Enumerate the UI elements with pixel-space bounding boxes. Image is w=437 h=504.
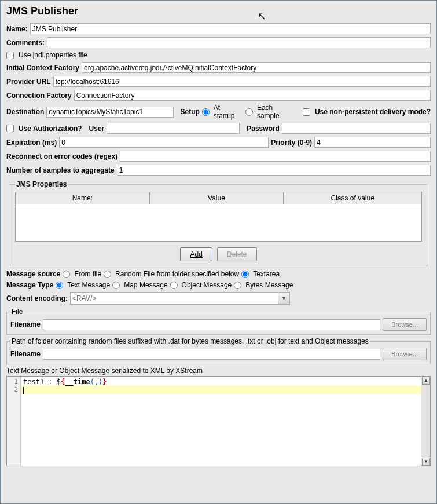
name-label: Name: (6, 25, 28, 33)
delete-button[interactable]: Delete (217, 247, 257, 261)
mtype-bytes-radio[interactable] (234, 282, 241, 289)
msrc-file-label: From file (74, 270, 101, 278)
file2-legend: Path of folder containing random files s… (10, 337, 370, 345)
file2-label: Filename (10, 350, 41, 358)
file-group-1: File Filename Browse... (6, 308, 431, 335)
num-samples-label: Number of samples to aggregate (6, 166, 115, 174)
msrc-random-label: Random File from folder specified below (115, 270, 239, 278)
mtype-map-label: Map Message (124, 281, 167, 289)
content-enc-input[interactable] (71, 293, 278, 304)
file1-input[interactable] (43, 319, 380, 330)
msg-type-label: Message Type (6, 281, 53, 289)
conn-factory-input[interactable] (74, 90, 431, 101)
file1-browse-button[interactable]: Browse... (383, 318, 427, 331)
name-input[interactable] (30, 23, 431, 34)
provider-url-input[interactable] (53, 76, 431, 87)
file1-legend: File (10, 308, 24, 316)
text-msg-label: Text Message or Object Message serialize… (6, 367, 431, 375)
comments-input[interactable] (47, 37, 431, 48)
use-jndi-label: Use jndi.properties file (19, 51, 87, 59)
user-input[interactable] (107, 123, 240, 134)
init-ctx-label: Initial Context Factory (6, 64, 79, 72)
msrc-file-radio[interactable] (63, 271, 70, 278)
priority-label: Priority (0-9) (271, 138, 312, 147)
content-enc-label: Content encoding: (6, 294, 68, 302)
mtype-bytes-label: Bytes Message (245, 281, 293, 289)
destination-label: Destination (6, 108, 44, 116)
reconnect-label: Reconnect on error codes (regex) (6, 152, 117, 160)
mtype-obj-radio[interactable] (170, 282, 178, 289)
scroll-up-icon[interactable]: ▲ (422, 377, 430, 385)
jms-properties-body[interactable] (15, 204, 422, 242)
use-auth-checkbox[interactable] (6, 125, 14, 132)
user-label: User (89, 125, 105, 133)
init-ctx-input[interactable] (82, 62, 431, 73)
file1-label: Filename (10, 320, 41, 328)
provider-url-label: Provider URL (6, 78, 51, 86)
editor-scrollbar[interactable]: ▲ ▼ (421, 377, 430, 466)
use-jndi-checkbox[interactable] (6, 52, 14, 59)
file-group-2: Path of folder containing random files s… (6, 337, 431, 364)
setup-label: Setup (181, 108, 200, 116)
reconnect-input[interactable] (120, 151, 431, 162)
th-class: Class of value (284, 192, 422, 204)
mtype-text-label: Text Message (67, 281, 110, 289)
jms-properties-legend: JMS Properties (15, 180, 68, 188)
expiration-input[interactable] (59, 137, 269, 148)
msrc-random-radio[interactable] (104, 271, 111, 278)
editor-code[interactable]: test1 : ${__time(,)} (21, 377, 421, 466)
password-input[interactable] (282, 123, 431, 134)
text-msg-editor[interactable]: 12 test1 : ${__time(,)} ▲ ▼ (6, 376, 431, 466)
setup-each-label: Each sample (257, 104, 297, 120)
mtype-obj-label: Object Message (182, 281, 232, 289)
non-persistent-checkbox[interactable] (303, 108, 310, 116)
msg-source-label: Message source (6, 270, 60, 278)
priority-input[interactable] (314, 137, 431, 148)
mtype-text-radio[interactable] (56, 282, 63, 289)
th-value: Value (149, 192, 284, 204)
setup-startup-label: At startup (214, 104, 243, 120)
content-enc-combo[interactable]: ▼ (70, 292, 290, 305)
jms-properties-group: JMS Properties Name: Value Class of valu… (10, 180, 427, 266)
page-title: JMS Publisher (6, 5, 431, 17)
scroll-down-icon[interactable]: ▼ (422, 458, 430, 466)
mtype-map-radio[interactable] (112, 282, 120, 289)
th-name: Name: (16, 192, 150, 204)
conn-factory-label: Connection Factory (6, 92, 72, 100)
destination-input[interactable] (46, 107, 173, 118)
file2-browse-button[interactable]: Browse... (383, 348, 427, 360)
setup-each-radio[interactable] (245, 108, 253, 116)
msrc-textarea-label: Textarea (253, 270, 280, 278)
editor-gutter: 12 (7, 377, 21, 466)
expiration-label: Expiration (ms) (6, 138, 57, 147)
msrc-textarea-radio[interactable] (241, 271, 249, 278)
password-label: Password (247, 125, 280, 133)
use-auth-label: Use Authorization? (19, 125, 82, 133)
file2-input[interactable] (43, 349, 380, 360)
chevron-down-icon[interactable]: ▼ (278, 293, 289, 304)
non-persistent-label: Use non-persistent delivery mode? (315, 108, 431, 116)
num-samples-input[interactable] (117, 165, 431, 176)
setup-startup-radio[interactable] (202, 108, 210, 116)
jms-properties-table[interactable]: Name: Value Class of value (15, 192, 422, 204)
add-button[interactable]: Add (180, 247, 212, 261)
comments-label: Comments: (6, 39, 45, 47)
